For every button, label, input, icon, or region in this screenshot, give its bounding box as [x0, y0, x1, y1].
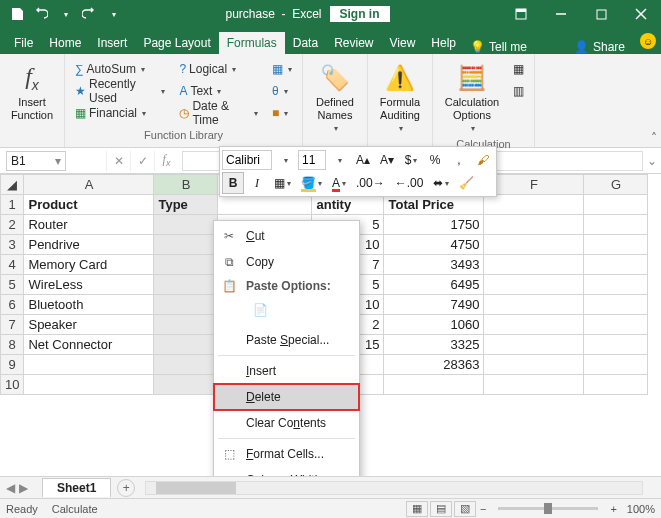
cell[interactable] — [484, 315, 584, 335]
row-header[interactable]: 8 — [1, 335, 24, 355]
cell[interactable] — [584, 295, 648, 315]
cell[interactable]: Bluetooth — [24, 295, 154, 315]
format-painter-icon[interactable]: 🖌 — [472, 149, 494, 171]
zoom-in-button[interactable]: + — [606, 503, 620, 515]
row-header[interactable]: 5 — [1, 275, 24, 295]
cell[interactable] — [584, 235, 648, 255]
cell[interactable] — [484, 255, 584, 275]
row-header[interactable]: 3 — [1, 235, 24, 255]
cell[interactable]: Router — [24, 215, 154, 235]
cell[interactable]: 4750 — [384, 235, 484, 255]
sheet-next-icon[interactable]: ▶ — [19, 481, 28, 495]
formula-auditing-button[interactable]: ⚠️ Formula Auditing ▾ — [374, 58, 426, 138]
cell[interactable]: Net Connector — [24, 335, 154, 355]
view-page-layout-icon[interactable]: ▤ — [430, 501, 452, 517]
redo-icon[interactable] — [78, 3, 100, 25]
cell[interactable]: 1060 — [384, 315, 484, 335]
cell[interactable] — [154, 315, 218, 335]
cell[interactable]: Total Price — [384, 195, 484, 215]
tab-page-layout[interactable]: Page Layout — [135, 32, 218, 54]
cell[interactable] — [154, 375, 218, 395]
cell[interactable] — [484, 275, 584, 295]
tell-me[interactable]: 💡 Tell me — [464, 40, 533, 54]
recently-used-button[interactable]: ★Recently Used▾ — [71, 80, 169, 102]
context-paste-special[interactable]: Paste Special...Paste Special... — [214, 327, 359, 353]
percent-icon[interactable]: % — [424, 149, 446, 171]
logical-button[interactable]: ?Logical▾ — [175, 58, 262, 80]
col-header-G[interactable]: G — [584, 175, 648, 195]
more-functions-button[interactable]: ■▾ — [268, 102, 296, 124]
mini-font-dropdown[interactable]: ▾ — [274, 149, 296, 171]
comma-icon[interactable]: , — [448, 149, 470, 171]
cell[interactable] — [154, 235, 218, 255]
cell[interactable] — [154, 275, 218, 295]
name-box[interactable]: B1▾ — [6, 151, 66, 171]
context-cut[interactable]: ✂ CuCutt — [214, 223, 359, 249]
italic-button[interactable]: I — [246, 172, 268, 194]
row-header[interactable]: 4 — [1, 255, 24, 275]
zoom-slider[interactable] — [498, 507, 598, 510]
cell[interactable] — [154, 355, 218, 375]
bold-button[interactable]: B — [222, 172, 244, 194]
decrease-font-icon[interactable]: A▾ — [376, 149, 398, 171]
cell[interactable] — [584, 315, 648, 335]
row-header[interactable]: 9 — [1, 355, 24, 375]
borders-button[interactable]: ▦▾ — [270, 172, 295, 194]
col-header-A[interactable]: A — [24, 175, 154, 195]
undo-icon[interactable] — [30, 3, 52, 25]
cell[interactable] — [154, 295, 218, 315]
zoom-out-button[interactable]: − — [476, 503, 490, 515]
increase-font-icon[interactable]: A▴ — [352, 149, 374, 171]
signin-button[interactable]: Sign in — [330, 6, 390, 22]
cell[interactable]: Pendrive — [24, 235, 154, 255]
chevron-down-icon[interactable]: ▾ — [55, 154, 61, 168]
cell[interactable]: Memory Card — [24, 255, 154, 275]
tab-help[interactable]: Help — [423, 32, 464, 54]
cell[interactable] — [484, 215, 584, 235]
sheet-tab[interactable]: Sheet1 — [42, 478, 111, 497]
mini-size-dropdown[interactable]: ▾ — [328, 149, 350, 171]
cell[interactable] — [218, 195, 312, 215]
calc-sheet-button[interactable]: ▥ — [509, 80, 528, 102]
cell[interactable]: 1750 — [384, 215, 484, 235]
cell[interactable]: 28363 — [384, 355, 484, 375]
tab-data[interactable]: Data — [285, 32, 326, 54]
cell[interactable] — [154, 335, 218, 355]
minimize-button[interactable] — [541, 0, 581, 28]
cancel-edit-icon[interactable]: ✕ — [106, 151, 130, 171]
cell[interactable]: 3493 — [384, 255, 484, 275]
context-delete[interactable]: DeleteDelete — [214, 384, 359, 410]
add-sheet-button[interactable]: + — [117, 479, 135, 497]
row-header[interactable]: 7 — [1, 315, 24, 335]
font-color-button[interactable]: A▾ — [328, 172, 350, 194]
cell[interactable]: Speaker — [24, 315, 154, 335]
tab-insert[interactable]: Insert — [89, 32, 135, 54]
cell[interactable] — [584, 215, 648, 235]
cell[interactable]: Product — [24, 195, 154, 215]
horizontal-scrollbar[interactable] — [145, 481, 643, 495]
col-header-F[interactable]: F — [484, 175, 584, 195]
date-time-button[interactable]: ◷Date & Time▾ — [175, 102, 262, 124]
view-page-break-icon[interactable]: ▧ — [454, 501, 476, 517]
save-icon[interactable] — [6, 3, 28, 25]
feedback-button[interactable]: ☺ — [635, 28, 661, 54]
cell[interactable] — [484, 355, 584, 375]
math-button[interactable]: θ▾ — [268, 80, 296, 102]
sheet-prev-icon[interactable]: ◀ — [6, 481, 15, 495]
context-clear-contents[interactable]: Clear ContentsClear Contents — [214, 410, 359, 436]
insert-function-button[interactable]: fx Insert Function — [6, 58, 58, 126]
tab-view[interactable]: View — [382, 32, 424, 54]
cell[interactable] — [584, 195, 648, 215]
cell[interactable]: 6495 — [384, 275, 484, 295]
cell[interactable] — [584, 335, 648, 355]
row-header[interactable]: 1 — [1, 195, 24, 215]
accounting-format-icon[interactable]: $▾ — [400, 149, 422, 171]
cell[interactable] — [154, 215, 218, 235]
qat-customize-icon[interactable]: ▾ — [102, 3, 124, 25]
cell[interactable] — [24, 375, 154, 395]
financial-button[interactable]: ▦Financial▾ — [71, 102, 169, 124]
cell[interactable] — [584, 255, 648, 275]
cell[interactable]: 7490 — [384, 295, 484, 315]
select-all-button[interactable]: ◢ — [1, 175, 24, 195]
row-header[interactable]: 10 — [1, 375, 24, 395]
